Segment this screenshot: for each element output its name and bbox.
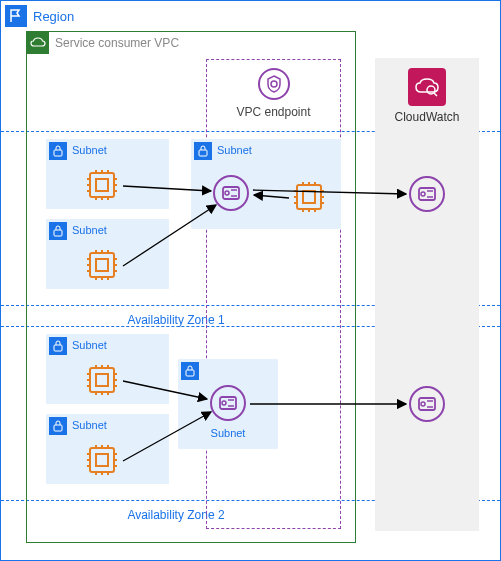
lock-icon	[49, 417, 67, 435]
vpc-label: Service consumer VPC	[55, 36, 179, 50]
network-interface-icon	[210, 385, 246, 421]
subnet-az2-left-2: Subnet	[46, 414, 169, 484]
svg-point-85	[427, 86, 435, 94]
instance-icon	[84, 247, 120, 283]
subnet-label: Subnet	[217, 144, 252, 156]
lock-icon	[49, 222, 67, 240]
svg-rect-67	[96, 454, 108, 466]
svg-rect-2	[90, 173, 114, 197]
instance-icon	[84, 362, 120, 398]
svg-rect-50	[54, 345, 62, 351]
subnet-az2-endpoint: Subnet	[178, 359, 278, 449]
instance-icon	[291, 179, 327, 215]
vpc-endpoint-label: VPC endpoint	[207, 105, 340, 119]
subnet-label: Subnet	[178, 427, 278, 439]
svg-rect-18	[96, 259, 108, 271]
network-interface-icon	[409, 176, 445, 212]
cloudwatch-icon	[408, 68, 446, 106]
subnet-az1-left-1: Subnet	[46, 139, 169, 209]
svg-rect-16	[54, 230, 62, 236]
svg-rect-66	[90, 448, 114, 472]
svg-rect-51	[90, 368, 114, 392]
svg-rect-37	[303, 191, 315, 203]
lock-icon	[181, 362, 199, 380]
region-flag-icon	[5, 5, 27, 27]
instance-icon	[84, 167, 120, 203]
region-container: Region Availability Zone 1 Availability …	[0, 0, 501, 561]
svg-rect-3	[96, 179, 108, 191]
lock-icon	[49, 337, 67, 355]
lock-icon	[49, 142, 67, 160]
svg-rect-80	[186, 370, 194, 376]
subnet-label: Subnet	[72, 339, 107, 351]
svg-rect-65	[54, 425, 62, 431]
svg-line-86	[434, 93, 437, 96]
svg-rect-31	[199, 150, 207, 156]
subnet-label: Subnet	[72, 419, 107, 431]
cloudwatch-panel: CloudWatch	[375, 58, 479, 531]
svg-point-88	[421, 192, 425, 196]
svg-point-0	[271, 81, 277, 87]
cloudwatch-label: CloudWatch	[375, 110, 479, 124]
vpc-cloud-icon	[27, 32, 49, 54]
svg-rect-17	[90, 253, 114, 277]
instance-icon	[84, 442, 120, 478]
vpc-endpoint-container: VPC endpoint	[206, 59, 341, 529]
svg-point-33	[225, 191, 229, 195]
vpc-endpoint-icon	[258, 68, 290, 100]
subnet-label: Subnet	[72, 144, 107, 156]
subnet-az2-left-1: Subnet	[46, 334, 169, 404]
svg-rect-36	[297, 185, 321, 209]
region-label: Region	[33, 9, 74, 24]
lock-icon	[194, 142, 212, 160]
network-interface-icon	[213, 175, 249, 211]
svg-rect-1	[54, 150, 62, 156]
svg-point-82	[222, 401, 226, 405]
subnet-az1-left-2: Subnet	[46, 219, 169, 289]
svg-point-92	[421, 402, 425, 406]
svg-rect-52	[96, 374, 108, 386]
subnet-label: Subnet	[72, 224, 107, 236]
subnet-az1-endpoint: Subnet	[191, 139, 341, 229]
network-interface-icon	[409, 386, 445, 422]
